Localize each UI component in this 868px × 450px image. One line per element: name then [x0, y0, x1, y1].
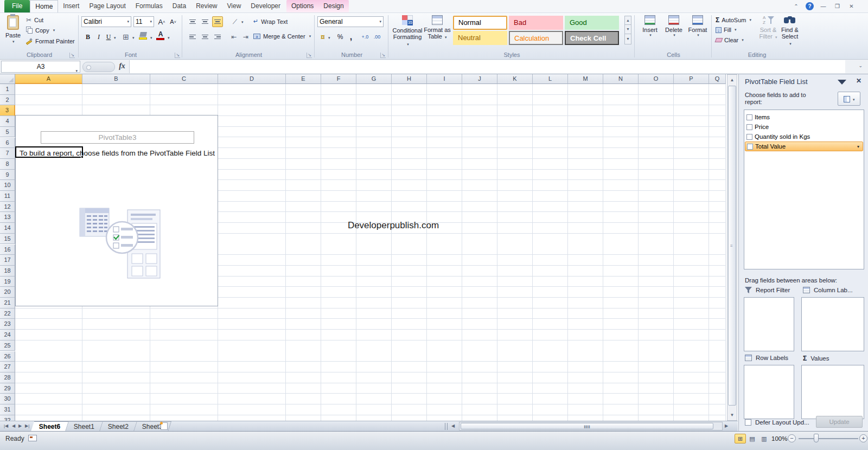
column-header-E[interactable]: E: [286, 74, 321, 84]
tab-view[interactable]: View: [222, 0, 246, 12]
row-header-13[interactable]: 13: [0, 212, 15, 223]
decrease-decimal-button[interactable]: .00: [372, 31, 382, 42]
zoom-level[interactable]: 100%: [771, 435, 787, 442]
tab-data[interactable]: Data: [168, 0, 191, 12]
font-size-select[interactable]: 11▾: [133, 16, 154, 27]
formula-input[interactable]: [129, 60, 845, 73]
column-header-B[interactable]: B: [82, 74, 150, 84]
zoom-slider-thumb[interactable]: [814, 434, 819, 442]
wrap-text-button[interactable]: ↵ Wrap Text: [253, 18, 288, 25]
row-header-25[interactable]: 25: [0, 340, 15, 351]
prev-sheet-icon[interactable]: ◀: [10, 421, 17, 431]
row-header-4[interactable]: 4: [0, 116, 15, 127]
column-header-C[interactable]: C: [150, 74, 218, 84]
horizontal-scroll-thumb[interactable]: ▮▮▮: [461, 423, 713, 429]
row-header-20[interactable]: 20: [0, 287, 15, 298]
scroll-right-icon[interactable]: ▶: [725, 422, 728, 430]
minimize-icon[interactable]: —: [819, 3, 828, 10]
accounting-format-button[interactable]: ¤: [317, 31, 328, 42]
underline-dropdown[interactable]: ▾: [114, 36, 116, 40]
restore-icon[interactable]: ❐: [833, 3, 842, 10]
sort-filter-button[interactable]: AZ Sort &Filter ▾: [758, 15, 778, 41]
number-dialog-launcher[interactable]: ↘: [380, 53, 386, 58]
column-header-P[interactable]: P: [674, 74, 709, 84]
column-header-D[interactable]: D: [218, 74, 286, 84]
fill-button[interactable]: ↓ Fill▾: [716, 27, 737, 33]
row-header-29[interactable]: 29: [0, 383, 15, 394]
row-header-10[interactable]: 10: [0, 180, 15, 191]
row-header-26[interactable]: 26: [0, 351, 15, 362]
next-sheet-icon[interactable]: ▶: [17, 421, 23, 431]
column-header-J[interactable]: J: [462, 74, 497, 84]
select-all-corner[interactable]: [0, 74, 15, 84]
font-family-select[interactable]: Calibri▾: [81, 16, 131, 27]
selected-cell-a3[interactable]: [15, 146, 83, 158]
number-format-select[interactable]: General▾: [317, 16, 384, 27]
cell-style-check-cell[interactable]: Check Cell: [565, 31, 619, 45]
row-header-21[interactable]: 21: [0, 298, 15, 308]
row-header-6[interactable]: 6: [0, 138, 15, 149]
insert-cells-button[interactable]: Insert▾: [639, 15, 661, 37]
align-bottom-button[interactable]: [212, 16, 223, 27]
row-header-27[interactable]: 27: [0, 362, 15, 372]
grow-font-button[interactable]: A˄: [156, 16, 167, 27]
column-header-N[interactable]: N: [603, 74, 639, 84]
field-item-price[interactable]: Price: [745, 122, 863, 132]
vertical-scrollbar[interactable]: ▲ ≡ ▼: [727, 74, 737, 421]
help-icon[interactable]: ?: [806, 2, 814, 10]
scroll-left-icon[interactable]: ◀: [451, 422, 455, 430]
field-list-layout-button[interactable]: ▾: [838, 92, 860, 106]
align-top-button[interactable]: [187, 16, 198, 27]
field-checkbox[interactable]: [746, 114, 752, 120]
clear-button[interactable]: Clear▾: [716, 37, 744, 43]
row-header-15[interactable]: 15: [0, 234, 15, 245]
macro-record-icon[interactable]: [28, 435, 37, 441]
row-header-32[interactable]: 32: [0, 415, 15, 421]
close-icon[interactable]: ✕: [847, 3, 856, 10]
pane-close-icon[interactable]: ✕: [856, 77, 861, 85]
field-dropdown-icon[interactable]: ▾: [857, 144, 859, 149]
row-header-19[interactable]: 19: [0, 277, 15, 287]
sheet-tab-sheet1[interactable]: Sheet1: [66, 421, 103, 432]
merge-center-button[interactable]: a Merge & Center ▾: [253, 33, 311, 40]
insert-function-button[interactable]: fx: [116, 62, 128, 73]
field-item-total-value[interactable]: Total Value▾: [745, 142, 863, 151]
field-checkbox[interactable]: [746, 134, 752, 140]
percent-style-button[interactable]: %: [335, 31, 346, 42]
decrease-indent-button[interactable]: ⇤: [228, 31, 239, 42]
tab-options[interactable]: Options: [286, 0, 318, 12]
page-layout-view-button[interactable]: ▤: [746, 434, 758, 443]
defer-layout-checkbox[interactable]: [745, 419, 751, 426]
field-checkbox[interactable]: [747, 144, 753, 150]
collapse-ribbon-icon[interactable]: ⌃: [792, 3, 801, 10]
orientation-button[interactable]: ⟋: [229, 16, 240, 27]
column-header-H[interactable]: H: [392, 74, 427, 84]
tab-page-layout[interactable]: Page Layout: [84, 0, 130, 12]
styles-scroll-down[interactable]: ▼: [624, 25, 631, 34]
name-box[interactable]: A3▾: [1, 61, 80, 73]
comma-style-button[interactable]: ,: [346, 31, 356, 42]
find-select-button[interactable]: Find &Select ▾: [780, 15, 800, 47]
borders-dropdown[interactable]: ▾: [132, 36, 135, 40]
zoom-out-button[interactable]: −: [788, 434, 796, 442]
row-header-23[interactable]: 23: [0, 319, 15, 330]
horizontal-scrollbar[interactable]: ▮▮▮: [459, 422, 723, 430]
tab-developer[interactable]: Developer: [246, 0, 285, 12]
tab-review[interactable]: Review: [191, 0, 222, 12]
cell-style-bad[interactable]: Bad: [509, 16, 563, 30]
align-center-button[interactable]: [200, 31, 210, 42]
column-header-M[interactable]: M: [568, 74, 603, 84]
increase-indent-button[interactable]: ⇥: [240, 31, 251, 42]
bold-button[interactable]: B: [82, 31, 93, 42]
styles-scroll-up[interactable]: ▲: [624, 16, 631, 25]
field-checkbox[interactable]: [746, 124, 752, 130]
column-header-F[interactable]: F: [321, 74, 356, 84]
conditional-formatting-button[interactable]: 35 ConditionalFormatting ▾: [392, 15, 423, 48]
scroll-down-icon[interactable]: ▼: [728, 411, 736, 419]
column-header-L[interactable]: L: [533, 74, 568, 84]
expand-formula-bar-icon[interactable]: ⌄: [858, 63, 863, 68]
tab-split-handle[interactable]: [445, 423, 448, 430]
fill-color-button[interactable]: [139, 32, 148, 40]
zoom-in-button[interactable]: +: [859, 434, 867, 442]
sheet-tab-sheet2[interactable]: Sheet2: [100, 421, 137, 432]
